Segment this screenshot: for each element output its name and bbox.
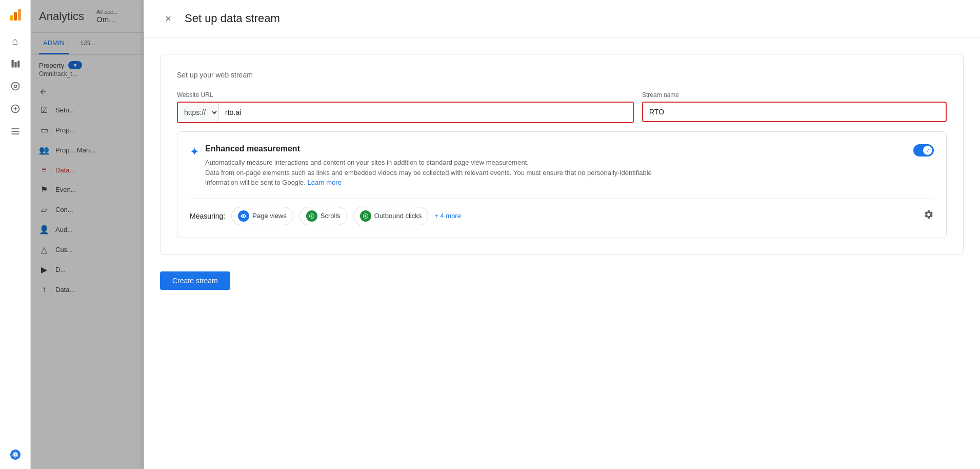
website-url-group: Website URL https:// http:// [177, 91, 634, 123]
scrolls-icon [306, 210, 317, 222]
enhanced-description: Automatically measure interactions and c… [205, 158, 667, 188]
url-input-row: https:// http:// [177, 102, 634, 123]
stream-name-input[interactable] [642, 102, 947, 122]
svg-point-11 [311, 215, 312, 217]
page-views-icon [238, 210, 249, 222]
settings-gear-icon[interactable] [924, 209, 934, 222]
lists-icon[interactable] [5, 121, 26, 142]
chip-page-views: Page views [231, 207, 293, 225]
toggle-check-icon: ✓ [926, 147, 930, 154]
chip-page-views-label: Page views [252, 212, 286, 220]
website-url-label: Website URL [177, 91, 634, 99]
chip-scrolls: Scrolls [299, 207, 347, 225]
measuring-label: Measuring: [190, 212, 225, 220]
enhanced-title: Enhanced measurement [205, 144, 667, 153]
enhanced-measurement-card: ✦ Enhanced measurement Automatically mea… [177, 131, 947, 238]
svg-rect-8 [11, 133, 19, 134]
outbound-clicks-icon [360, 210, 371, 222]
reports-icon[interactable] [5, 53, 26, 74]
admin-area: ADMIN US... Property ▼ Omnitrack_t... ☑ … [31, 33, 980, 469]
more-link[interactable]: + 4 more [434, 212, 461, 220]
main-content: Analytics All acc... Om... ADMIN US... P… [31, 0, 980, 469]
enhanced-header: ✦ Enhanced measurement Automatically mea… [190, 144, 934, 188]
explore-icon[interactable] [5, 76, 26, 96]
svg-rect-7 [11, 131, 19, 132]
chip-outbound-clicks-label: Outbound clicks [374, 212, 422, 220]
svg-rect-6 [11, 128, 19, 129]
sidebar: ⌂ [0, 0, 31, 469]
advertising-icon[interactable] [5, 99, 26, 119]
sparkle-icon: ✦ [190, 145, 199, 159]
enhanced-header-left: ✦ Enhanced measurement Automatically mea… [190, 144, 667, 188]
svg-point-3 [11, 83, 19, 90]
modal-overlay: × Set up data stream Set up your web str… [31, 33, 980, 469]
svg-point-4 [14, 85, 16, 88]
svg-rect-1 [14, 62, 16, 68]
modal-header: × Set up data stream [144, 33, 980, 37]
form-card: Set up your web stream Website URL https… [160, 54, 964, 255]
protocol-select[interactable]: https:// http:// [178, 103, 219, 122]
app-logo [5, 4, 26, 25]
form-row: Website URL https:// http:// [177, 91, 947, 123]
modal-body: Set up your web stream Website URL https… [144, 37, 980, 306]
home-icon[interactable]: ⌂ [5, 31, 26, 51]
url-input[interactable] [219, 103, 633, 122]
enhanced-content: Enhanced measurement Automatically measu… [205, 144, 667, 188]
chip-outbound-clicks: Outbound clicks [353, 207, 429, 225]
svg-rect-0 [11, 60, 13, 68]
stream-name-label: Stream name [642, 91, 947, 99]
settings-bottom-icon[interactable] [5, 444, 26, 465]
enhanced-toggle[interactable]: ✓ [913, 144, 934, 157]
modal-panel: × Set up data stream Set up your web str… [144, 33, 980, 469]
learn-more-link[interactable]: Learn more [307, 179, 341, 186]
stream-name-group: Stream name [642, 91, 947, 122]
measuring-row: Measuring: Page views [190, 198, 934, 225]
create-stream-button[interactable]: Create stream [160, 271, 230, 290]
form-card-title: Set up your web stream [177, 71, 947, 79]
svg-rect-2 [17, 61, 19, 67]
chip-scrolls-label: Scrolls [321, 212, 341, 220]
